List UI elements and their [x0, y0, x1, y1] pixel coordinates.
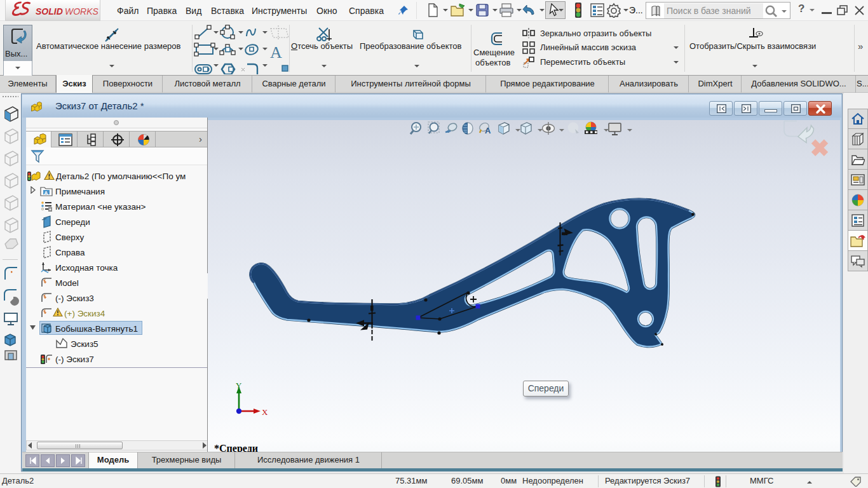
svg-text:Y: Y: [236, 381, 242, 390]
svg-text:A: A: [44, 190, 48, 196]
svg-text:X: X: [262, 407, 268, 417]
svg-text:SOLID: SOLID: [36, 6, 63, 17]
svg-text:WORKS: WORKS: [65, 6, 99, 17]
svg-text:A: A: [270, 43, 282, 62]
svg-text:A: A: [485, 126, 491, 135]
